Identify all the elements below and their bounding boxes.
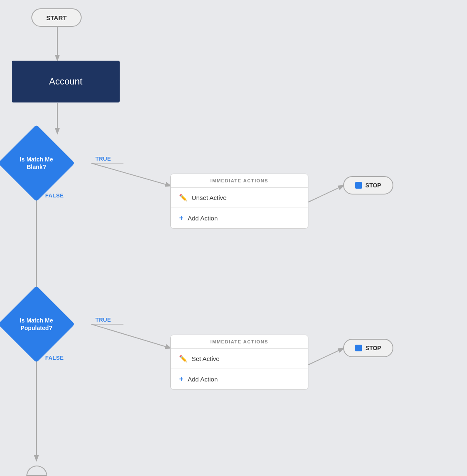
diamond1-false-label: FALSE: [45, 192, 64, 199]
add-action-2[interactable]: + Add Action: [171, 369, 308, 389]
stop-node-1[interactable]: STOP: [343, 176, 393, 194]
diamond1-label: Is Match MeBlank?: [9, 136, 64, 190]
actions-box-1-header: IMMEDIATE ACTIONS: [171, 174, 308, 188]
account-block[interactable]: Account: [12, 61, 120, 102]
set-active-label: Set Active: [192, 355, 220, 362]
start-label: START: [46, 14, 67, 21]
unset-active-label: Unset Active: [192, 194, 226, 201]
stop-2-label: STOP: [365, 345, 381, 351]
svg-line-5: [91, 324, 170, 348]
svg-line-6: [308, 348, 343, 365]
stop-1-label: STOP: [365, 182, 381, 189]
plus-icon-2: +: [179, 375, 184, 384]
bottom-node-hint: [26, 466, 47, 476]
unset-active-action[interactable]: ✏️ Unset Active: [171, 188, 308, 208]
set-active-action[interactable]: ✏️ Set Active: [171, 349, 308, 369]
actions-box-2: IMMEDIATE ACTIONS ✏️ Set Active + Add Ac…: [170, 335, 308, 390]
add-action-1-label: Add Action: [188, 215, 218, 222]
diamond2-false-label: FALSE: [45, 355, 64, 361]
start-node: START: [31, 8, 82, 27]
actions-box-2-header: IMMEDIATE ACTIONS: [171, 335, 308, 349]
stop-square-2: [355, 345, 362, 351]
svg-line-3: [308, 186, 343, 202]
plus-icon-1: +: [179, 214, 184, 223]
add-action-2-label: Add Action: [188, 376, 218, 383]
svg-line-2: [91, 163, 170, 186]
actions-box-1: IMMEDIATE ACTIONS ✏️ Unset Active + Add …: [170, 174, 308, 229]
pencil-icon-1: ✏️: [179, 194, 187, 202]
add-action-1[interactable]: + Add Action: [171, 208, 308, 228]
diamond2-label: Is Match MePopulated?: [9, 297, 64, 351]
stop-node-2[interactable]: STOP: [343, 339, 393, 357]
diamond1-true-label: TRUE: [95, 156, 111, 162]
pencil-icon-2: ✏️: [179, 355, 187, 363]
flowchart-canvas: START Account Is Match MeBlank? TRUE FAL…: [0, 0, 467, 476]
diamond2-true-label: TRUE: [95, 317, 111, 323]
stop-square-1: [355, 182, 362, 189]
account-label: Account: [49, 76, 82, 87]
